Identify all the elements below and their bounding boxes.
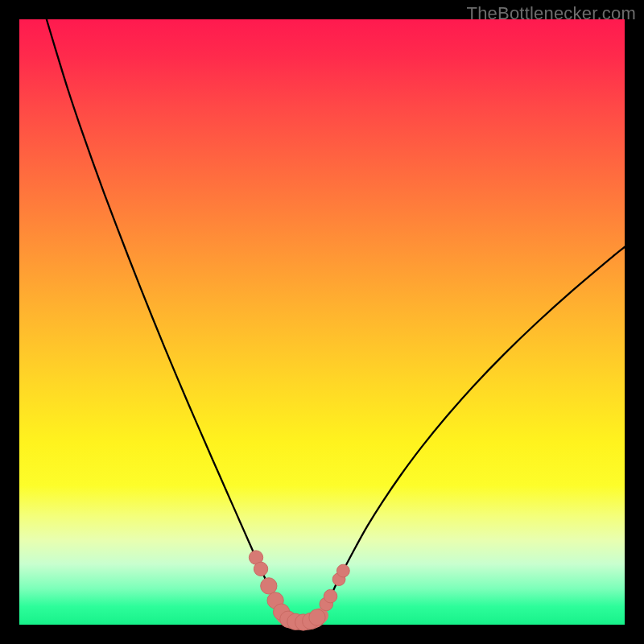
data-marker xyxy=(261,578,277,594)
data-marker xyxy=(336,564,349,577)
data-marker xyxy=(309,609,325,625)
chart-frame: TheBottlenecker.com xyxy=(0,0,644,644)
curve-layer xyxy=(47,19,625,616)
curve-right-branch xyxy=(320,247,625,616)
data-marker xyxy=(324,589,337,603)
marker-layer xyxy=(249,551,349,630)
curve-left-branch xyxy=(47,19,283,616)
chart-svg xyxy=(19,19,625,625)
watermark-text: TheBottlenecker.com xyxy=(467,3,636,24)
data-marker xyxy=(254,562,267,576)
